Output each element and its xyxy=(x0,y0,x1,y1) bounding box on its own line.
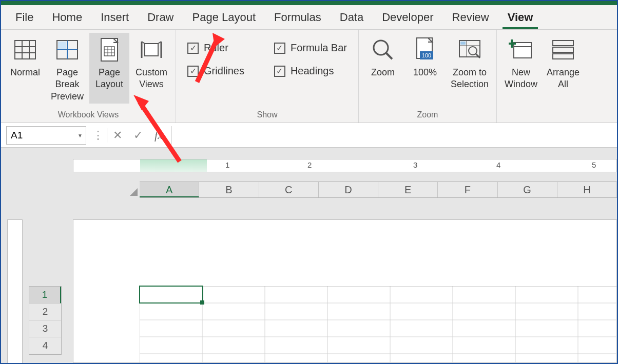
new-window-button[interactable]: New Window xyxy=(501,33,541,104)
name-box-value: A1 xyxy=(11,130,23,141)
page-break-preview-button[interactable]: Page Break Preview xyxy=(47,33,87,104)
svg-rect-8 xyxy=(58,42,66,49)
group-show-label: Show xyxy=(257,108,277,120)
group-show: ✓ Ruler ✓ Gridlines ✓ Formula Bar ✓ xyxy=(176,30,359,123)
zoom-to-selection-icon xyxy=(457,36,482,64)
gridlines xyxy=(140,286,617,363)
title-bar-strip xyxy=(1,1,617,5)
checkbox-icon: ✓ xyxy=(274,43,285,54)
row-header-4[interactable]: 4 xyxy=(29,337,61,354)
svg-rect-31 xyxy=(514,43,531,58)
zoom-100-button[interactable]: 100 100% xyxy=(405,33,445,104)
column-header-g[interactable]: G xyxy=(498,182,557,197)
row-header-2[interactable]: 2 xyxy=(29,304,61,320)
tab-review[interactable]: Review xyxy=(443,8,498,27)
zoom-label: Zoom xyxy=(371,67,395,78)
page-layout-icon xyxy=(99,36,120,64)
worksheet-area: 1 2 3 4 5 A B C D E F G H 1 2 3 xyxy=(1,148,617,363)
checkbox-icon: ✓ xyxy=(274,66,285,77)
new-window-icon xyxy=(509,36,533,64)
column-header-a[interactable]: A xyxy=(140,182,199,197)
column-header-d[interactable]: D xyxy=(319,182,378,197)
custom-views-icon xyxy=(139,36,164,64)
fill-handle[interactable] xyxy=(200,300,204,305)
ruler-mark: 3 xyxy=(413,160,417,169)
row-header-1[interactable]: 1 xyxy=(29,287,61,304)
row-header-3[interactable]: 3 xyxy=(29,320,61,337)
ribbon-tabs: File Home Insert Draw Page Layout Formul… xyxy=(1,5,617,30)
svg-rect-28 xyxy=(460,42,466,45)
normal-view-icon xyxy=(14,36,36,64)
tab-file[interactable]: File xyxy=(6,8,43,27)
tab-view[interactable]: View xyxy=(498,8,543,27)
column-header-h[interactable]: H xyxy=(557,182,617,197)
formula-bar-input[interactable] xyxy=(171,126,617,145)
custom-views-label: Custom Views xyxy=(136,67,167,91)
separator-icon: ⋮ xyxy=(89,129,107,142)
formula-bar-checkbox[interactable]: ✓ Formula Bar xyxy=(274,42,347,54)
tab-draw[interactable]: Draw xyxy=(138,8,183,27)
row-headers: 1 2 3 4 xyxy=(29,286,62,355)
svg-point-29 xyxy=(469,47,477,55)
checkbox-icon: ✓ xyxy=(187,43,199,54)
group-window-label xyxy=(541,108,543,120)
svg-rect-36 xyxy=(553,47,573,52)
column-header-f[interactable]: F xyxy=(438,182,497,197)
zoom-100-label: 100% xyxy=(413,67,437,78)
svg-point-20 xyxy=(374,41,388,55)
page-break-preview-icon xyxy=(56,36,79,64)
ribbon: Normal Page Break Preview Page Layout xyxy=(1,30,617,123)
zoom-to-selection-button[interactable]: Zoom to Selection xyxy=(447,33,492,104)
zoom-to-selection-label: Zoom to Selection xyxy=(451,67,489,91)
column-header-c[interactable]: C xyxy=(259,182,319,197)
group-window: New Window Arrange All xyxy=(497,30,587,123)
tab-insert[interactable]: Insert xyxy=(91,8,138,27)
ruler-mark: 2 xyxy=(307,160,312,169)
arrange-all-button[interactable]: Arrange All xyxy=(543,33,583,104)
tab-developer[interactable]: Developer xyxy=(373,8,442,27)
svg-rect-0 xyxy=(15,41,35,59)
zoom-icon xyxy=(371,36,395,64)
svg-text:100: 100 xyxy=(422,52,431,58)
checkbox-icon: ✓ xyxy=(187,66,199,77)
tab-home[interactable]: Home xyxy=(43,8,91,27)
page-layout-label: Page Layout xyxy=(95,67,123,91)
active-cell-cursor[interactable] xyxy=(139,286,203,304)
column-header-b[interactable]: B xyxy=(199,182,259,197)
ruler-mark: 4 xyxy=(496,160,500,169)
ruler-checkbox-label: Ruler xyxy=(204,42,228,54)
formula-bar-row: A1 ▼ ⋮ ✕ ✓ fx xyxy=(1,123,617,148)
enter-formula-button[interactable]: ✓ xyxy=(128,129,148,142)
page-break-preview-label: Page Break Preview xyxy=(47,67,87,103)
custom-views-button[interactable]: Custom Views xyxy=(131,33,171,104)
group-zoom: Zoom 100 100% Zoom to Selection Zoom xyxy=(359,30,497,123)
group-workbook-views-label: Workbook Views xyxy=(58,108,119,120)
dropdown-icon: ▼ xyxy=(78,132,83,138)
gridlines-checkbox-label: Gridlines xyxy=(204,65,244,77)
cancel-formula-button[interactable]: ✕ xyxy=(107,129,128,142)
tab-data[interactable]: Data xyxy=(331,8,373,27)
gridlines-checkbox[interactable]: ✓ Gridlines xyxy=(187,65,244,77)
insert-function-button[interactable]: fx xyxy=(148,129,169,142)
svg-line-21 xyxy=(386,53,392,59)
vertical-ruler[interactable] xyxy=(7,219,23,363)
ruler-checkbox[interactable]: ✓ Ruler xyxy=(187,42,244,54)
tab-formulas[interactable]: Formulas xyxy=(265,8,331,27)
headings-checkbox-label: Headings xyxy=(291,65,334,77)
column-headers: A B C D E F G H xyxy=(140,181,617,198)
column-header-e[interactable]: E xyxy=(378,182,438,197)
select-all-button[interactable] xyxy=(124,181,140,198)
headings-checkbox[interactable]: ✓ Headings xyxy=(274,65,347,77)
new-window-label: New Window xyxy=(505,67,537,91)
normal-view-button[interactable]: Normal xyxy=(5,33,45,104)
name-box[interactable]: A1 ▼ xyxy=(6,126,86,145)
page-layout-button[interactable]: Page Layout xyxy=(89,33,129,104)
tab-page-layout[interactable]: Page Layout xyxy=(183,8,265,27)
arrange-all-icon xyxy=(551,36,575,64)
arrange-all-label: Arrange All xyxy=(547,67,580,91)
ruler-mark: 1 xyxy=(225,160,229,169)
horizontal-ruler[interactable]: 1 2 3 4 5 xyxy=(73,159,617,172)
group-workbook-views: Normal Page Break Preview Page Layout xyxy=(1,30,176,123)
zoom-button[interactable]: Zoom xyxy=(363,33,403,104)
group-zoom-label: Zoom xyxy=(417,108,438,120)
